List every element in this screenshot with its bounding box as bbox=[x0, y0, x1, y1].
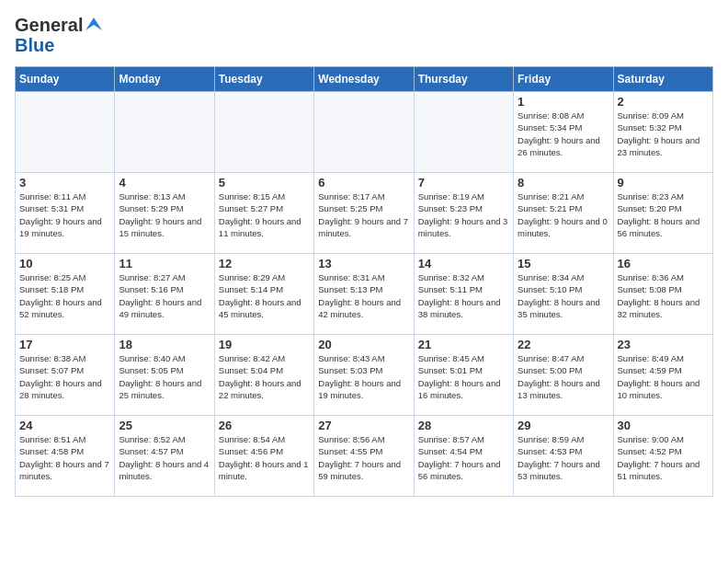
calendar-cell: 25Sunrise: 8:52 AM Sunset: 4:57 PM Dayli… bbox=[115, 416, 214, 497]
day-info: Sunrise: 8:08 AM Sunset: 5:34 PM Dayligh… bbox=[518, 109, 609, 158]
day-info: Sunrise: 8:27 AM Sunset: 5:16 PM Dayligh… bbox=[119, 271, 210, 320]
day-number: 16 bbox=[618, 257, 709, 270]
calendar-cell: 6Sunrise: 8:17 AM Sunset: 5:25 PM Daylig… bbox=[314, 173, 414, 254]
calendar-cell: 27Sunrise: 8:56 AM Sunset: 4:55 PM Dayli… bbox=[314, 416, 414, 497]
calendar-cell bbox=[16, 92, 115, 173]
day-info: Sunrise: 8:34 AM Sunset: 5:10 PM Dayligh… bbox=[518, 271, 609, 320]
day-header-friday: Friday bbox=[514, 67, 613, 92]
day-info: Sunrise: 8:23 AM Sunset: 5:20 PM Dayligh… bbox=[618, 190, 709, 239]
day-number: 18 bbox=[119, 338, 210, 351]
day-number: 25 bbox=[119, 419, 210, 432]
calendar-cell: 12Sunrise: 8:29 AM Sunset: 5:14 PM Dayli… bbox=[214, 254, 313, 335]
day-info: Sunrise: 8:43 AM Sunset: 5:03 PM Dayligh… bbox=[318, 352, 409, 401]
day-info: Sunrise: 8:21 AM Sunset: 5:21 PM Dayligh… bbox=[518, 190, 609, 239]
calendar-cell: 1Sunrise: 8:08 AM Sunset: 5:34 PM Daylig… bbox=[514, 92, 613, 173]
logo-bird-icon bbox=[85, 17, 102, 30]
day-number: 14 bbox=[418, 257, 509, 270]
day-info: Sunrise: 8:19 AM Sunset: 5:23 PM Dayligh… bbox=[418, 190, 509, 239]
day-info: Sunrise: 8:17 AM Sunset: 5:25 PM Dayligh… bbox=[318, 190, 409, 239]
calendar-cell: 11Sunrise: 8:27 AM Sunset: 5:16 PM Dayli… bbox=[115, 254, 214, 335]
calendar-cell: 7Sunrise: 8:19 AM Sunset: 5:23 PM Daylig… bbox=[414, 173, 513, 254]
day-number: 3 bbox=[19, 176, 110, 190]
calendar-week-5: 24Sunrise: 8:51 AM Sunset: 4:58 PM Dayli… bbox=[16, 416, 713, 497]
day-number: 5 bbox=[219, 176, 310, 190]
day-info: Sunrise: 8:11 AM Sunset: 5:31 PM Dayligh… bbox=[19, 190, 110, 239]
calendar-cell: 22Sunrise: 8:47 AM Sunset: 5:00 PM Dayli… bbox=[514, 335, 613, 416]
day-info: Sunrise: 8:49 AM Sunset: 4:59 PM Dayligh… bbox=[618, 352, 709, 401]
day-number: 15 bbox=[518, 257, 609, 270]
day-number: 2 bbox=[618, 95, 709, 109]
calendar-cell: 23Sunrise: 8:49 AM Sunset: 4:59 PM Dayli… bbox=[613, 335, 712, 416]
day-header-sunday: Sunday bbox=[16, 67, 115, 92]
calendar-week-4: 17Sunrise: 8:38 AM Sunset: 5:07 PM Dayli… bbox=[16, 335, 713, 416]
day-number: 27 bbox=[318, 419, 409, 432]
day-number: 1 bbox=[518, 95, 609, 109]
calendar-cell: 5Sunrise: 8:15 AM Sunset: 5:27 PM Daylig… bbox=[214, 173, 313, 254]
day-header-thursday: Thursday bbox=[414, 67, 513, 92]
calendar-cell: 9Sunrise: 8:23 AM Sunset: 5:20 PM Daylig… bbox=[613, 173, 712, 254]
day-info: Sunrise: 8:13 AM Sunset: 5:29 PM Dayligh… bbox=[119, 190, 210, 239]
day-number: 28 bbox=[418, 419, 509, 432]
calendar-table: SundayMondayTuesdayWednesdayThursdayFrid… bbox=[15, 66, 713, 497]
day-number: 12 bbox=[219, 257, 310, 270]
calendar-cell: 3Sunrise: 8:11 AM Sunset: 5:31 PM Daylig… bbox=[16, 173, 115, 254]
calendar-cell: 18Sunrise: 8:40 AM Sunset: 5:05 PM Dayli… bbox=[115, 335, 214, 416]
calendar-week-1: 1Sunrise: 8:08 AM Sunset: 5:34 PM Daylig… bbox=[16, 92, 713, 173]
day-number: 26 bbox=[219, 419, 310, 432]
calendar-cell: 15Sunrise: 8:34 AM Sunset: 5:10 PM Dayli… bbox=[514, 254, 613, 335]
calendar-cell: 13Sunrise: 8:31 AM Sunset: 5:13 PM Dayli… bbox=[314, 254, 414, 335]
day-info: Sunrise: 8:51 AM Sunset: 4:58 PM Dayligh… bbox=[19, 433, 110, 482]
calendar-cell: 28Sunrise: 8:57 AM Sunset: 4:54 PM Dayli… bbox=[414, 416, 513, 497]
logo-blue-text: Blue bbox=[15, 35, 102, 55]
day-info: Sunrise: 8:32 AM Sunset: 5:11 PM Dayligh… bbox=[418, 271, 509, 320]
day-info: Sunrise: 8:09 AM Sunset: 5:32 PM Dayligh… bbox=[618, 109, 709, 158]
day-number: 20 bbox=[318, 338, 409, 351]
day-number: 29 bbox=[518, 419, 609, 432]
calendar-cell bbox=[115, 92, 214, 173]
day-header-saturday: Saturday bbox=[613, 67, 712, 92]
day-number: 7 bbox=[418, 176, 509, 190]
calendar-cell: 20Sunrise: 8:43 AM Sunset: 5:03 PM Dayli… bbox=[314, 335, 414, 416]
day-number: 24 bbox=[19, 419, 110, 432]
calendar-cell: 29Sunrise: 8:59 AM Sunset: 4:53 PM Dayli… bbox=[514, 416, 613, 497]
day-number: 11 bbox=[119, 257, 210, 270]
day-info: Sunrise: 8:57 AM Sunset: 4:54 PM Dayligh… bbox=[418, 433, 509, 482]
calendar-cell: 10Sunrise: 8:25 AM Sunset: 5:18 PM Dayli… bbox=[16, 254, 115, 335]
day-number: 8 bbox=[518, 176, 609, 190]
calendar-header-row: SundayMondayTuesdayWednesdayThursdayFrid… bbox=[16, 67, 713, 92]
day-info: Sunrise: 8:29 AM Sunset: 5:14 PM Dayligh… bbox=[219, 271, 310, 320]
logo-general-text: General bbox=[15, 15, 83, 35]
day-number: 22 bbox=[518, 338, 609, 351]
day-info: Sunrise: 8:36 AM Sunset: 5:08 PM Dayligh… bbox=[618, 271, 709, 320]
calendar-week-3: 10Sunrise: 8:25 AM Sunset: 5:18 PM Dayli… bbox=[16, 254, 713, 335]
calendar-cell bbox=[414, 92, 513, 173]
calendar-cell: 19Sunrise: 8:42 AM Sunset: 5:04 PM Dayli… bbox=[214, 335, 313, 416]
calendar-cell: 14Sunrise: 8:32 AM Sunset: 5:11 PM Dayli… bbox=[414, 254, 513, 335]
day-info: Sunrise: 8:38 AM Sunset: 5:07 PM Dayligh… bbox=[19, 352, 110, 401]
calendar-cell: 4Sunrise: 8:13 AM Sunset: 5:29 PM Daylig… bbox=[115, 173, 214, 254]
day-number: 19 bbox=[219, 338, 310, 351]
calendar-cell: 8Sunrise: 8:21 AM Sunset: 5:21 PM Daylig… bbox=[514, 173, 613, 254]
day-info: Sunrise: 9:00 AM Sunset: 4:52 PM Dayligh… bbox=[618, 433, 709, 482]
logo: General Blue bbox=[15, 15, 102, 55]
calendar-body: 1Sunrise: 8:08 AM Sunset: 5:34 PM Daylig… bbox=[16, 92, 713, 497]
calendar-cell: 26Sunrise: 8:54 AM Sunset: 4:56 PM Dayli… bbox=[214, 416, 313, 497]
day-number: 9 bbox=[618, 176, 709, 190]
day-info: Sunrise: 8:54 AM Sunset: 4:56 PM Dayligh… bbox=[219, 433, 310, 482]
day-info: Sunrise: 8:47 AM Sunset: 5:00 PM Dayligh… bbox=[518, 352, 609, 401]
day-header-monday: Monday bbox=[115, 67, 214, 92]
day-info: Sunrise: 8:31 AM Sunset: 5:13 PM Dayligh… bbox=[318, 271, 409, 320]
day-number: 13 bbox=[318, 257, 409, 270]
day-number: 17 bbox=[19, 338, 110, 351]
day-number: 4 bbox=[119, 176, 210, 190]
day-info: Sunrise: 8:40 AM Sunset: 5:05 PM Dayligh… bbox=[119, 352, 210, 401]
calendar-cell: 21Sunrise: 8:45 AM Sunset: 5:01 PM Dayli… bbox=[414, 335, 513, 416]
day-info: Sunrise: 8:56 AM Sunset: 4:55 PM Dayligh… bbox=[318, 433, 409, 482]
day-header-wednesday: Wednesday bbox=[314, 67, 414, 92]
day-info: Sunrise: 8:42 AM Sunset: 5:04 PM Dayligh… bbox=[219, 352, 310, 401]
svg-marker-0 bbox=[85, 17, 102, 30]
day-info: Sunrise: 8:25 AM Sunset: 5:18 PM Dayligh… bbox=[19, 271, 110, 320]
day-info: Sunrise: 8:45 AM Sunset: 5:01 PM Dayligh… bbox=[418, 352, 509, 401]
day-info: Sunrise: 8:52 AM Sunset: 4:57 PM Dayligh… bbox=[119, 433, 210, 482]
header: General Blue bbox=[15, 15, 713, 55]
